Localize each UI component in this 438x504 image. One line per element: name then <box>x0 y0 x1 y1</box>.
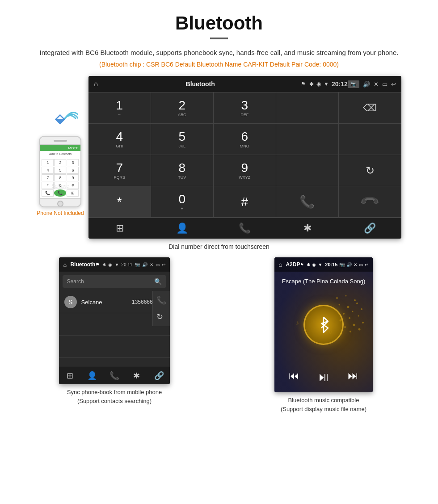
main-caption: Dial number direct from touchscreen <box>0 243 438 250</box>
dial-key-0[interactable]: 0 + <box>151 186 214 218</box>
m-back-icon: ↩ <box>365 262 368 267</box>
dialpad-grid: 1 ~ 2 ABC 3 DEF ⌫ 4 GHI 5 JKL <box>88 92 401 218</box>
contacts-screen: ⌂ Bluetooth ⚑ ✱ ◉ ▼ 20:11 📷 🔊 ✕ ▭ ↩ Sear… <box>59 257 170 384</box>
m-win-icon: ▭ <box>359 262 363 267</box>
svg-point-14 <box>353 324 355 326</box>
nav-link[interactable]: 🔗 <box>339 223 401 234</box>
main-dial-screen: ⌂ Bluetooth ⚑ ✱ ◉ ▼ 20:12 📷 🔊 ✕ ▭ ↩ 1 ~ <box>88 76 401 239</box>
dial-key-9[interactable]: 9 WXYZ <box>214 155 276 186</box>
sidebar-phone-icon[interactable]: 📞 <box>156 295 166 305</box>
wifi-icon: ▼ <box>324 81 329 87</box>
svg-point-16 <box>341 333 342 335</box>
svg-point-2 <box>345 295 347 297</box>
music-play-pause-icon[interactable]: ⏯ <box>317 370 330 384</box>
svg-point-7 <box>343 313 345 315</box>
svg-text:⬙: ⬙ <box>55 112 65 126</box>
right-caption: Bluetooth music compatible(Support displ… <box>281 396 366 413</box>
contacts-screen-wrapper: ⌂ Bluetooth ⚑ ✱ ◉ ▼ 20:11 📷 🔊 ✕ ▭ ↩ Sear… <box>13 257 215 413</box>
phone-mock: MOTE Add to Contacts 123 456 789 *0# 📞📞⊞… <box>39 136 81 207</box>
dial-key-1[interactable]: 1 ~ <box>88 92 151 124</box>
dial-key-6[interactable]: 6 MNO <box>214 124 276 155</box>
m-x-icon: ✕ <box>354 262 357 267</box>
dial-backspace[interactable]: ⌫ <box>339 92 401 124</box>
m-time: 20:15 <box>325 262 337 267</box>
dial-key-star[interactable]: * <box>88 186 151 218</box>
loc-icon: ◉ <box>316 81 321 87</box>
page-title: Bluetooth <box>0 0 438 38</box>
svg-point-4 <box>339 304 340 306</box>
usb-icon: ⚑ <box>301 81 306 87</box>
svg-point-3 <box>354 299 356 301</box>
music-next-icon[interactable]: ⏭ <box>348 370 358 384</box>
nav-dialpad[interactable]: ⊞ <box>88 223 151 234</box>
search-input[interactable]: Search <box>67 278 155 285</box>
c-nav-user[interactable]: 👤 <box>81 371 103 381</box>
camera-icon: 📷 <box>348 80 359 88</box>
contact-name: Seicane <box>81 299 132 306</box>
description-text: Integrated with BC6 Bluetooth module, su… <box>36 47 402 58</box>
dial-key-hash[interactable]: # <box>214 186 276 218</box>
m-bt-icon: ✱ <box>307 262 310 267</box>
status-icons: ✱ ◉ ▼ 20:12 <box>309 80 348 88</box>
dial-call-red[interactable]: 📞 <box>339 186 401 218</box>
m-home-icon: ⌂ <box>279 261 282 268</box>
nav-phone[interactable]: 📞 <box>214 223 276 234</box>
c-nav-dialpad[interactable]: ⊞ <box>59 371 81 381</box>
c-nav-bt[interactable]: ✱ <box>126 371 148 381</box>
dial-key-3[interactable]: 3 DEF <box>214 92 276 124</box>
c-nav-link[interactable]: 🔗 <box>148 371 170 381</box>
contacts-status-bar: ⌂ Bluetooth ⚑ ✱ ◉ ▼ 20:11 📷 🔊 ✕ ▭ ↩ <box>59 257 170 272</box>
c-loc-icon: ◉ <box>108 262 112 267</box>
nav-bluetooth[interactable]: ✱ <box>276 223 339 234</box>
svg-point-1 <box>336 297 338 299</box>
svg-text:♪: ♪ <box>315 339 317 344</box>
c-cam-icon: 📷 <box>135 262 140 267</box>
m-loc-icon: ◉ <box>312 262 316 267</box>
search-bar[interactable]: Search 🔍 <box>63 275 167 288</box>
dial-key-4[interactable]: 4 GHI <box>88 124 151 155</box>
svg-point-17 <box>350 331 351 332</box>
svg-text:♫: ♫ <box>328 329 332 335</box>
music-content: ⌂ A2DP ⚑ ✱ ◉ ▼ 20:15 📷 🔊 ✕ ▭ ↩ Escape (T… <box>274 257 373 392</box>
music-screen: ⌂ A2DP ⚑ ✱ ◉ ▼ 20:15 📷 🔊 ✕ ▭ ↩ Escape (T… <box>274 257 373 392</box>
main-status-bar: ⌂ Bluetooth ⚑ ✱ ◉ ▼ 20:12 📷 🔊 ✕ ▭ ↩ <box>88 76 401 92</box>
dial-key-7[interactable]: 7 PQRS <box>88 155 151 186</box>
sidebar-refresh-icon[interactable]: ↻ <box>156 312 166 322</box>
phone-illustration: ⬙ MOTE Add to Contacts 123 456 789 *0# 📞… <box>37 103 84 216</box>
screen-title: Bluetooth <box>103 80 297 88</box>
svg-point-6 <box>356 302 358 304</box>
c-time: 20:11 <box>121 262 132 267</box>
bottom-screens: ⌂ Bluetooth ⚑ ✱ ◉ ▼ 20:11 📷 🔊 ✕ ▭ ↩ Sear… <box>13 257 425 413</box>
m-screen-title: A2DP <box>286 261 300 268</box>
dial-empty-4 <box>276 155 339 186</box>
dial-empty-3 <box>339 124 401 155</box>
svg-point-11 <box>349 317 350 319</box>
specs-text: (Bluetooth chip : CSR BC6 Default Blueto… <box>0 61 438 68</box>
nav-contacts[interactable]: 👤 <box>151 223 214 234</box>
title-divider <box>210 38 228 39</box>
c-nav-phone[interactable]: 📞 <box>103 371 126 381</box>
c-wifi-icon: ▼ <box>114 262 119 267</box>
m-wifi-icon: ▼ <box>318 262 322 267</box>
svg-point-12 <box>358 315 359 317</box>
svg-point-9 <box>361 308 362 310</box>
m-usb-icon: ⚑ <box>300 262 304 267</box>
c-x-icon: ✕ <box>150 262 153 267</box>
dial-key-5[interactable]: 5 JKL <box>151 124 214 155</box>
svg-point-18 <box>358 328 361 331</box>
bt-signal-icon: ⬙ <box>42 103 78 134</box>
m-cam-icon: 📷 <box>339 262 345 267</box>
dial-refresh[interactable]: ↻ <box>339 155 401 186</box>
svg-point-13 <box>344 326 346 328</box>
music-prev-icon[interactable]: ⏮ <box>289 370 299 384</box>
dial-key-8[interactable]: 8 TUV <box>151 155 214 186</box>
music-screen-wrapper: ⌂ A2DP ⚑ ✱ ◉ ▼ 20:15 📷 🔊 ✕ ▭ ↩ Escape (T… <box>223 257 425 413</box>
left-caption: Sync phone-book from mobile phone(Suppor… <box>67 388 162 405</box>
c-back-icon: ↩ <box>162 262 165 267</box>
c-home-icon: ⌂ <box>63 261 67 268</box>
window-icon: ▭ <box>382 81 387 88</box>
dial-key-2[interactable]: 2 ABC <box>151 92 214 124</box>
dial-call-green[interactable]: 📞 <box>276 186 339 218</box>
contacts-bottom-nav: ⊞ 👤 📞 ✱ 🔗 <box>59 367 170 384</box>
song-title: Escape (The Pina Colada Song) <box>274 272 373 289</box>
